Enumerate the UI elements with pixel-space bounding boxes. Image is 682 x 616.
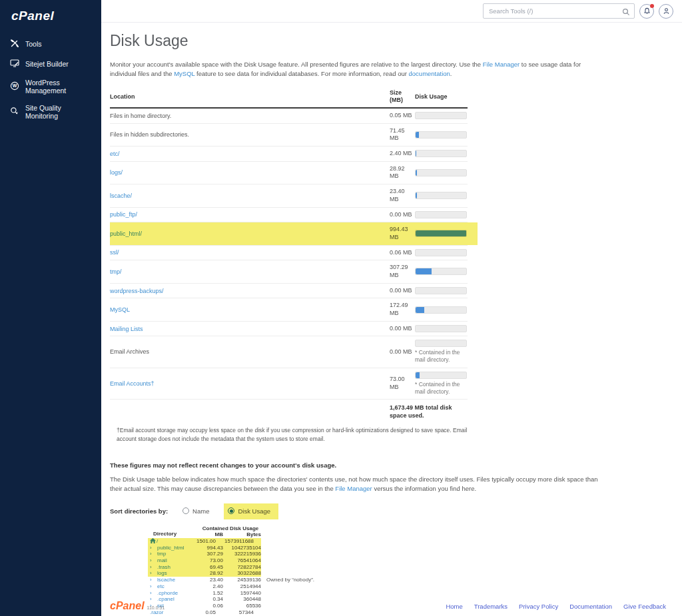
directory-name: lscache	[157, 577, 200, 583]
directory-mb: 1501.00	[192, 538, 216, 544]
site-quality-icon	[10, 107, 19, 117]
footer-link[interactable]: Trademarks	[474, 603, 508, 610]
directory-link[interactable]: tmp	[157, 551, 166, 557]
sort-label: Sort directories by:	[110, 507, 168, 515]
directory-bytes: 1042735104	[223, 545, 261, 551]
footer-link[interactable]: Home	[446, 603, 462, 610]
directory-bytes: 1573911688	[216, 538, 254, 544]
directory-name: public_html	[157, 545, 200, 551]
tree-row: › .trash 69.45 72822784	[150, 563, 682, 570]
size-value: 28.92 MB	[390, 165, 414, 180]
location-link[interactable]: ssl/	[110, 249, 119, 256]
directory-link[interactable]: .cphorde	[157, 590, 178, 596]
location-link[interactable]: etc/	[110, 151, 120, 157]
directory-link[interactable]: etc	[157, 583, 165, 589]
sort-option[interactable]: Name	[182, 507, 209, 515]
usage-bar-fill	[416, 132, 419, 138]
directory-link[interactable]: logs	[157, 570, 167, 576]
radio-button[interactable]	[182, 507, 189, 514]
footer-link[interactable]: Documentation	[569, 603, 612, 610]
usage-bar-track	[415, 230, 467, 237]
home-glyph-icon	[150, 538, 157, 544]
usage-cell	[415, 112, 468, 119]
email-footnote: †Email account storage may occupy less s…	[117, 426, 486, 444]
table-row: wordpress-backups/ 0.00 MB	[110, 284, 468, 299]
directory-link[interactable]: mail	[157, 557, 167, 563]
tree-row: / 1501.00 1573911688	[150, 538, 682, 545]
expand-arrow-icon[interactable]: ›	[150, 570, 157, 576]
location-link[interactable]: lscache/	[110, 192, 132, 199]
directory-link[interactable]: public_html	[157, 545, 184, 551]
search-input[interactable]	[483, 3, 635, 19]
radio-button[interactable]	[228, 507, 234, 514]
sidebar-item[interactable]: W WordPress Management	[0, 74, 101, 99]
expand-arrow-icon[interactable]: ›	[150, 583, 157, 589]
table-row: Mailing Lists 0.00 MB	[110, 322, 468, 337]
disk-usage-table: Location Size (MB) Disk Usage Files in h…	[110, 85, 468, 424]
directory-name: etc	[157, 583, 200, 589]
intro-p1: Monitor your account's available space w…	[110, 61, 483, 68]
location-link[interactable]: MySQL	[110, 306, 130, 313]
directory-bytes: 1597440	[223, 590, 261, 596]
usage-bar-fill	[416, 372, 420, 378]
file-manager-link-2[interactable]: File Manager	[335, 485, 372, 492]
location-text: Email Archives	[110, 348, 149, 355]
table-row: lscache/ 23.40 MB	[110, 184, 468, 207]
topbar	[101, 0, 682, 23]
sidebar: cPanel Tools Sitejet Builder W WordPress…	[0, 0, 101, 616]
location-link[interactable]: Email Accounts†	[110, 380, 155, 387]
sort-options: Name Disk Usage	[182, 507, 289, 515]
location-cell: Files in hidden subdirectories.	[110, 131, 389, 138]
directory-mb: 69.45	[200, 564, 223, 570]
header-size: Size (MB)	[390, 89, 414, 105]
mysql-link[interactable]: MySQL	[174, 70, 194, 77]
usage-bar-track	[415, 112, 467, 119]
sidebar-item[interactable]: Site Quality Monitoring	[0, 99, 101, 125]
notifications-button[interactable]	[639, 4, 654, 19]
usage-cell	[415, 169, 468, 176]
usage-bar-track	[415, 340, 467, 347]
file-manager-link[interactable]: File Manager	[483, 61, 519, 68]
main-area: Disk Usage Monitor your account's availa…	[101, 0, 682, 616]
expand-arrow-icon[interactable]: ›	[150, 557, 157, 563]
table-row: Files in hidden subdirectories. 71.45 MB	[110, 124, 468, 147]
location-link[interactable]: tmp/	[110, 268, 122, 275]
location-cell: logs/	[110, 169, 389, 176]
location-link[interactable]: wordpress-backups/	[110, 288, 164, 294]
sidebar-item[interactable]: Sitejet Builder	[0, 54, 101, 74]
directory-link[interactable]: .trash	[157, 564, 170, 570]
directory-name: logs	[157, 570, 200, 576]
location-cell: MySQL	[110, 306, 389, 313]
documentation-link[interactable]: documentation	[409, 70, 450, 77]
footer-link[interactable]: Privacy Policy	[519, 603, 558, 610]
footer-cpanel-logo: cPanel	[110, 600, 145, 612]
table-row: Files in home directory. 0.05 MB	[110, 109, 468, 124]
location-link[interactable]: public_html/	[110, 230, 142, 237]
sidebar-nav: Tools Sitejet Builder W WordPress Manage…	[0, 34, 101, 125]
location-link[interactable]: Mailing Lists	[110, 326, 143, 332]
location-link[interactable]: logs/	[110, 169, 123, 176]
usage-bar-track	[415, 150, 467, 157]
directory-link[interactable]: /	[157, 538, 158, 544]
expand-arrow-icon[interactable]: ›	[150, 551, 157, 557]
tree-row: › logs 28.92 30322688	[150, 570, 682, 577]
footer-link[interactable]: Give Feedback	[623, 603, 666, 610]
expand-arrow-icon[interactable]: ›	[150, 564, 157, 570]
user-account-button[interactable]	[659, 4, 673, 19]
tools-icon	[10, 39, 19, 49]
location-link[interactable]: public_ftp/	[110, 211, 137, 218]
sidebar-item[interactable]: Tools	[0, 34, 101, 54]
expand-arrow-icon[interactable]: ›	[150, 577, 157, 583]
usage-note: * Contained in the mail directory.	[415, 349, 468, 364]
directory-bytes: 30322688	[223, 570, 261, 576]
usage-cell: * Contained in the mail directory.	[415, 372, 468, 396]
expand-arrow-icon[interactable]: ›	[150, 590, 157, 596]
directory-link[interactable]: lscache	[157, 577, 175, 583]
sitejet-builder-icon	[10, 59, 19, 69]
svg-text:W: W	[13, 83, 17, 88]
expand-arrow-icon[interactable]: ›	[150, 545, 157, 551]
sidebar-item-label: Sitejet Builder	[25, 60, 69, 68]
table-row: etc/ 2.40 MB	[110, 147, 468, 162]
footer: cPanel 110.0.51 Home Trademarks Privacy …	[110, 600, 666, 612]
sort-option[interactable]: Disk Usage	[228, 507, 270, 515]
